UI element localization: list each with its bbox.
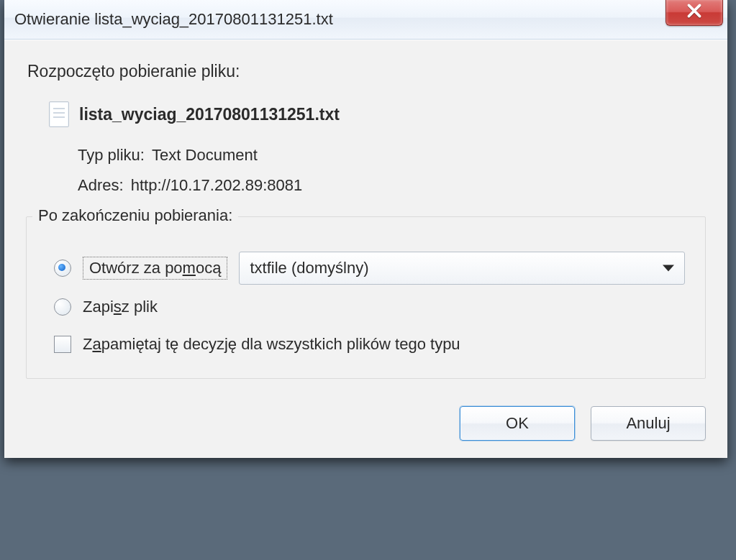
file-from-value: http://10.17.202.89:8081 [131,176,303,194]
chevron-down-icon [663,265,674,271]
file-row: lista_wyciag_20170801131251.txt [49,101,706,127]
document-icon [49,101,69,127]
file-name: lista_wyciag_20170801131251.txt [79,105,340,124]
dialog-body: Rozpoczęto pobieranie pliku: lista_wycia… [4,40,727,458]
save-file-radio[interactable] [54,298,71,316]
open-with-radio[interactable] [54,260,71,277]
save-file-row: Zapisz plik [54,298,685,316]
open-with-label[interactable]: Otwórz za pomocą [83,257,227,280]
button-bar: OK Anuluj [26,406,706,441]
window-title: Otwieranie lista_wyciag_20170801131251.t… [14,10,333,29]
application-selected: txtfile (domyślny) [250,259,368,277]
ok-button[interactable]: OK [460,406,575,441]
titlebar: Otwieranie lista_wyciag_20170801131251.t… [4,0,727,40]
file-meta: Typ pliku: Text Document Adres: http://1… [78,140,706,201]
intro-text: Rozpoczęto pobieranie pliku: [27,62,706,81]
cancel-button[interactable]: Anuluj [591,406,706,441]
remember-checkbox[interactable] [54,336,71,353]
file-from-label: Adres: [78,176,124,194]
application-dropdown[interactable]: txtfile (domyślny) [239,252,685,285]
file-type-label: Typ pliku: [78,146,145,164]
action-groupbox: Po zakończeniu pobierania: Otwórz za pom… [26,216,706,379]
remember-row: Zapamiętaj tę decyzję dla wszystkich pli… [54,335,685,354]
remember-label[interactable]: Zapamiętaj tę decyzję dla wszystkich pli… [83,335,460,354]
download-dialog: Otwieranie lista_wyciag_20170801131251.t… [4,0,727,458]
close-icon [685,1,704,23]
group-title: Po zakończeniu pobierania: [32,206,238,225]
open-with-row: Otwórz za pomocą txtfile (domyślny) [54,252,685,285]
save-file-label[interactable]: Zapisz plik [83,298,158,316]
file-type-value: Text Document [152,146,258,164]
close-button[interactable] [665,0,723,26]
